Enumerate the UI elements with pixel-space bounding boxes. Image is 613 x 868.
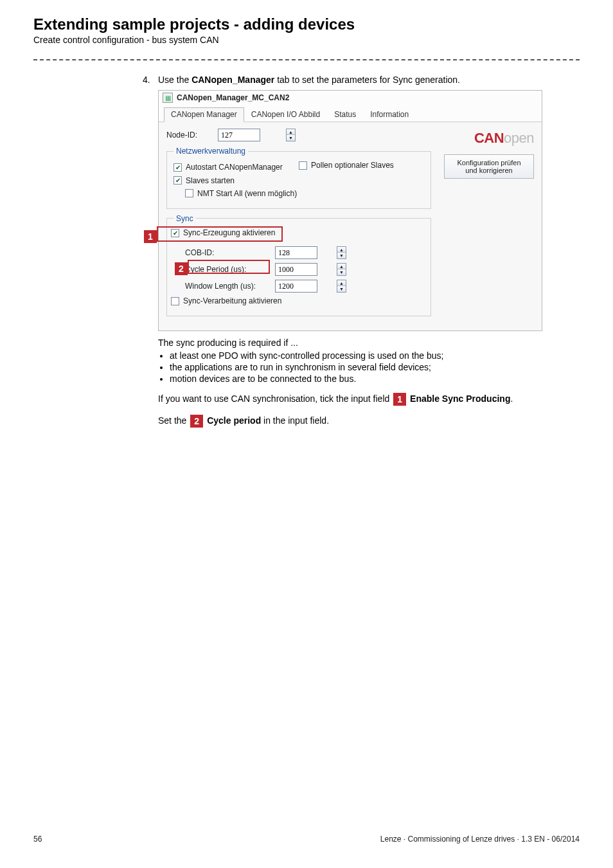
sync-processing-label: Sync-Verarbeitung aktivieren <box>183 296 281 305</box>
sync-enable-label: Sync-Erzeugung aktivieren <box>183 228 275 237</box>
checkmark-icon: ✔ <box>171 229 179 237</box>
nmt-start-label: NMT Start All (wenn möglich) <box>197 189 297 198</box>
config-btn-line2: und korrigieren <box>465 167 512 174</box>
step-text-before: Use the <box>158 75 191 85</box>
spinner-up-icon[interactable]: ▲ <box>337 247 346 253</box>
line1-c: . <box>510 393 513 404</box>
checkmark-icon: ✔ <box>173 163 182 172</box>
line1-a: If you want to use CAN synchronisation, … <box>158 393 392 404</box>
nmt-start-checkbox[interactable]: NMT Start All (wenn möglich) <box>185 189 297 198</box>
footer-meta: Lenze · Commissioning of Lenze drives · … <box>380 835 580 844</box>
cycle-period-line: Set the 2 Cycle period in the input fiel… <box>158 415 580 428</box>
line1-bold: Enable Sync Producing <box>407 393 510 404</box>
line2-a: Set the <box>158 415 189 426</box>
screenshot-panel: ▦ CANopen_Manager_MC_CAN2 CANopen Manage… <box>158 90 542 331</box>
step-text: Use the CANopen_Manager tab to set the p… <box>158 75 460 85</box>
checkbox-empty-icon <box>299 161 307 170</box>
cob-id-label: COB-ID: <box>185 248 275 257</box>
sync-enable-checkbox[interactable]: ✔Sync-Erzeugung aktivieren <box>171 228 275 237</box>
poll-optional-checkbox[interactable]: Pollen optionaler Slaves <box>299 161 394 170</box>
page-number: 56 <box>33 835 42 844</box>
config-check-button[interactable]: Konfiguration prüfen und korrigieren <box>444 154 534 179</box>
sync-intro: The sync producing is required if ... <box>158 338 580 348</box>
netzwerk-legend: Netzwerkverwaltung <box>173 147 248 156</box>
page-title: Extending sample projects - adding devic… <box>33 15 580 33</box>
cycle-period-label: Cycle Period (us): <box>185 265 275 274</box>
sync-legend: Sync <box>173 214 196 223</box>
tab-canopen-manager[interactable]: CANopen Manager <box>164 107 244 122</box>
callout-1: 1 <box>144 230 157 243</box>
step-text-after: tab to set the parameters for Sync gener… <box>274 75 460 85</box>
config-btn-line1: Konfiguration prüfen <box>457 159 520 167</box>
node-id-label: Node-ID: <box>166 131 218 140</box>
cob-id-input[interactable] <box>275 246 317 259</box>
cob-id-spinner[interactable]: ▲▼ <box>337 246 346 259</box>
tab-status[interactable]: Status <box>327 107 363 122</box>
spinner-down-icon[interactable]: ▼ <box>337 269 346 275</box>
slaves-starten-checkbox[interactable]: ✔Slaves starten <box>173 176 235 185</box>
step-number: 4. <box>143 75 158 85</box>
page-subtitle: Create control configuration - bus syste… <box>33 35 580 45</box>
line2-c: in the input field. <box>261 415 329 426</box>
sync-processing-checkbox[interactable]: Sync-Verarbeitung aktivieren <box>171 296 281 305</box>
checkbox-empty-icon <box>185 189 193 197</box>
window-length-label: Window Length (us): <box>185 282 275 291</box>
window-length-input[interactable] <box>275 280 317 293</box>
inline-callout-1: 1 <box>393 393 406 406</box>
logo-bold: CAN <box>474 130 504 146</box>
autostart-checkbox[interactable]: ✔Autostart CANopenManager <box>173 163 283 172</box>
callout-2: 2 <box>175 262 188 275</box>
autostart-label: Autostart CANopenManager <box>186 163 283 172</box>
spinner-up-icon[interactable]: ▲ <box>337 280 346 286</box>
slaves-starten-label: Slaves starten <box>186 176 235 185</box>
canopen-logo: CANopen <box>431 130 534 147</box>
spinner-up-icon[interactable]: ▲ <box>287 129 295 135</box>
checkmark-icon: ✔ <box>173 176 182 185</box>
spinner-up-icon[interactable]: ▲ <box>337 264 346 269</box>
bullet-2: the applications are to run in synchroni… <box>170 362 580 372</box>
cycle-period-spinner[interactable]: ▲▼ <box>337 263 346 276</box>
line2-bold: Cycle period <box>204 415 261 426</box>
sync-group: Sync ✔Sync-Erzeugung aktivieren COB-ID: … <box>166 214 431 317</box>
bullet-3: motion devices are to be connected to th… <box>170 374 580 384</box>
enable-sync-line: If you want to use CAN synchronisation, … <box>158 393 580 406</box>
poll-optional-label: Pollen optionaler Slaves <box>311 161 394 170</box>
step-4: 4. Use the CANopen_Manager tab to set th… <box>143 75 580 85</box>
bullet-list: at least one PDO with sync-controlled pr… <box>162 350 580 384</box>
subtab-bar: CANopen Manager CANopen I/O Abbild Statu… <box>159 103 542 122</box>
checkbox-empty-icon <box>171 297 179 305</box>
window-title: CANopen_Manager_MC_CAN2 <box>177 93 289 102</box>
spinner-down-icon[interactable]: ▼ <box>287 135 295 141</box>
bullet-1: at least one PDO with sync-controlled pr… <box>170 350 580 361</box>
step-text-bold: CANopen_Manager <box>191 75 274 85</box>
inline-callout-2: 2 <box>190 415 203 428</box>
logo-thin: open <box>504 130 534 146</box>
cycle-period-input[interactable] <box>275 263 317 276</box>
window-length-spinner[interactable]: ▲▼ <box>337 280 346 293</box>
tab-io-abbild[interactable]: CANopen I/O Abbild <box>244 107 327 122</box>
netzwerk-group: Netzwerkverwaltung ✔Autostart CANopenMan… <box>166 147 431 209</box>
document-tab-icon: ▦ <box>163 93 173 103</box>
node-id-spinner[interactable]: ▲▼ <box>286 129 296 141</box>
tab-information[interactable]: Information <box>363 107 416 122</box>
spinner-down-icon[interactable]: ▼ <box>337 286 346 292</box>
spinner-down-icon[interactable]: ▼ <box>337 253 346 258</box>
divider <box>33 59 580 60</box>
node-id-input[interactable] <box>218 129 260 141</box>
